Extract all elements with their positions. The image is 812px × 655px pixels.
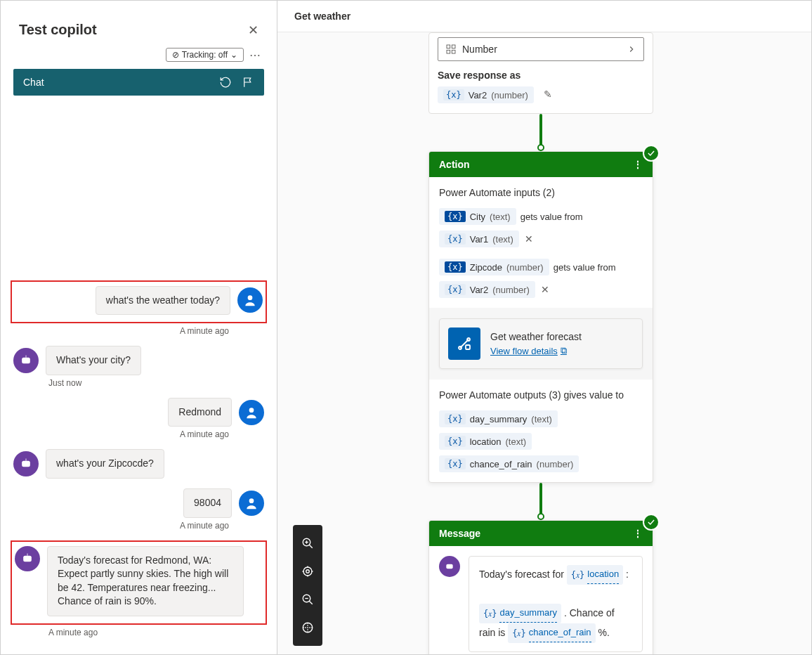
connector-dot bbox=[537, 513, 544, 520]
zoom-out-button[interactable] bbox=[293, 585, 322, 614]
question-node-partial: Number Save response as {x} Var2 (number… bbox=[428, 32, 653, 114]
flow-title: Get weather forecast bbox=[490, 331, 582, 342]
chat-message-bot: Today's forecast for Redmond, WA: Expect… bbox=[15, 546, 263, 616]
identify-type-select[interactable]: Number bbox=[438, 37, 644, 61]
variable-icon: {x} bbox=[445, 413, 466, 424]
message-bubble: what's the weather today? bbox=[96, 286, 230, 316]
variable-type: (number) bbox=[491, 90, 528, 100]
connector-line bbox=[539, 114, 542, 148]
variable-token[interactable]: {x} Var2 (number) bbox=[438, 86, 534, 103]
svg-rect-1 bbox=[22, 358, 30, 363]
chevron-down-icon: ⌄ bbox=[230, 50, 237, 60]
inline-variable[interactable]: {𝑥}chance_of_rain bbox=[508, 623, 595, 643]
flow-icon bbox=[448, 328, 480, 360]
zoom-toolbar bbox=[293, 525, 322, 646]
user-avatar-icon bbox=[239, 491, 264, 516]
param-name: City bbox=[470, 212, 485, 222]
variable-type: (text) bbox=[492, 234, 513, 245]
chat-message-bot: What's your city? bbox=[13, 346, 264, 375]
variable-token[interactable]: {x} Var2 (number) bbox=[439, 281, 535, 298]
outputs-section-label: Power Automate outputs (3) gives value t… bbox=[429, 380, 653, 408]
message-text: Today's forecast for bbox=[479, 569, 564, 580]
inline-variable[interactable]: {𝑥}day_summary bbox=[479, 604, 561, 623]
recenter-button[interactable] bbox=[293, 557, 322, 585]
param-token[interactable]: {x} City (text) bbox=[439, 208, 516, 225]
message-timestamp: Just now bbox=[13, 378, 264, 388]
svg-rect-17 bbox=[447, 50, 450, 53]
action-node-title: Action bbox=[439, 159, 470, 170]
minimap-button[interactable] bbox=[293, 614, 322, 642]
variable-type: (text) bbox=[531, 414, 552, 424]
variable-name: chance_of_rain bbox=[470, 459, 532, 469]
message-bubble: Today's forecast for Redmond, WA: Expect… bbox=[47, 546, 244, 616]
message-text: : bbox=[626, 569, 629, 580]
svg-point-13 bbox=[28, 558, 30, 559]
svg-rect-6 bbox=[22, 461, 30, 467]
output-row: {x} chance_of_rain (number) bbox=[429, 453, 653, 482]
save-response-label: Save response as bbox=[438, 70, 644, 81]
svg-point-5 bbox=[249, 408, 254, 413]
svg-rect-15 bbox=[447, 45, 450, 48]
view-flow-details-link[interactable]: View flow details ⧉ bbox=[490, 345, 567, 356]
svg-point-2 bbox=[23, 360, 25, 361]
edit-pencil-icon[interactable]: ✎ bbox=[544, 89, 552, 100]
inline-variable[interactable]: {𝑥}location bbox=[567, 565, 623, 585]
chat-scroll[interactable]: what's the weather today? A minute ago W… bbox=[1, 96, 277, 654]
canvas-scroll[interactable]: Number Save response as {x} Var2 (number… bbox=[277, 32, 811, 654]
variable-icon: {x} bbox=[445, 261, 466, 273]
variable-token[interactable]: {x} location (text) bbox=[439, 433, 532, 450]
close-icon[interactable]: ✕ bbox=[248, 22, 258, 38]
message-content-editor[interactable]: Today's forecast for {𝑥}location : {𝑥}da… bbox=[469, 556, 643, 652]
refresh-icon[interactable] bbox=[219, 76, 232, 89]
chat-message-user: what's the weather today? bbox=[15, 286, 263, 316]
svg-point-7 bbox=[23, 463, 25, 465]
tracking-toggle[interactable]: ⊘ Tracking: off ⌄ bbox=[166, 48, 244, 62]
svg-point-30 bbox=[303, 567, 312, 576]
zoom-in-button[interactable] bbox=[293, 529, 322, 557]
flag-icon[interactable] bbox=[242, 76, 254, 89]
highlight-frame: Today's forecast for Redmond, WA: Expect… bbox=[11, 540, 267, 625]
variable-name: day_summary bbox=[470, 414, 528, 424]
variable-icon: {x} bbox=[445, 233, 466, 245]
external-link-icon: ⧉ bbox=[561, 345, 567, 356]
flow-card[interactable]: Get weather forecast View flow details ⧉ bbox=[439, 318, 643, 369]
param-token[interactable]: {x} Zipcode (number) bbox=[439, 259, 549, 275]
chat-message-bot: what's your Zipcocde? bbox=[13, 449, 264, 479]
node-more-icon[interactable]: ⋮ bbox=[633, 159, 643, 170]
test-copilot-panel: Test copilot ✕ ⊘ Tracking: off ⌄ ⋯ Chat bbox=[1, 1, 277, 654]
action-node[interactable]: Action ⋮ Power Automate inputs (2) {x} C… bbox=[428, 151, 653, 483]
remove-icon[interactable]: ✕ bbox=[525, 233, 533, 245]
connector-line bbox=[539, 483, 542, 517]
svg-point-23 bbox=[447, 566, 449, 567]
remove-icon[interactable]: ✕ bbox=[541, 284, 549, 295]
authoring-canvas-panel: Get weather Number Save response as bbox=[277, 1, 811, 654]
variable-name: location bbox=[470, 436, 502, 447]
param-name: Zipcode bbox=[470, 262, 502, 273]
svg-line-26 bbox=[309, 545, 313, 548]
svg-rect-11 bbox=[23, 555, 32, 561]
bot-avatar-icon bbox=[13, 348, 39, 373]
node-more-icon[interactable]: ⋮ bbox=[633, 528, 643, 539]
chat-label: Chat bbox=[23, 77, 44, 88]
validation-check-icon bbox=[643, 145, 660, 162]
identify-type-label: Number bbox=[462, 44, 497, 55]
variable-icon: {x} bbox=[445, 284, 466, 295]
message-timestamp: A minute ago bbox=[13, 326, 264, 336]
variable-token[interactable]: {x} chance_of_rain (number) bbox=[439, 455, 579, 472]
svg-rect-18 bbox=[452, 50, 455, 53]
message-timestamp: A minute ago bbox=[13, 429, 264, 439]
user-avatar-icon bbox=[239, 400, 264, 425]
helper-text: gets value from bbox=[520, 212, 583, 222]
variable-token[interactable]: {x} day_summary (text) bbox=[439, 410, 558, 427]
svg-rect-16 bbox=[452, 45, 455, 48]
user-avatar-icon bbox=[237, 287, 263, 313]
chat-message-user: Redmond bbox=[13, 398, 264, 427]
input-row: {x} Zipcode (number) gets value from bbox=[429, 256, 653, 278]
message-node[interactable]: Message ⋮ Today's forecast for {𝑥}locati… bbox=[428, 520, 653, 654]
variable-name: day_summary bbox=[499, 604, 557, 623]
variable-token[interactable]: {x} Var1 (text) bbox=[439, 231, 519, 247]
more-options-icon[interactable]: ⋯ bbox=[249, 48, 261, 62]
message-bubble: What's your city? bbox=[46, 346, 141, 375]
variable-icon: {x} bbox=[445, 211, 466, 222]
helper-text: gets value from bbox=[554, 262, 616, 273]
